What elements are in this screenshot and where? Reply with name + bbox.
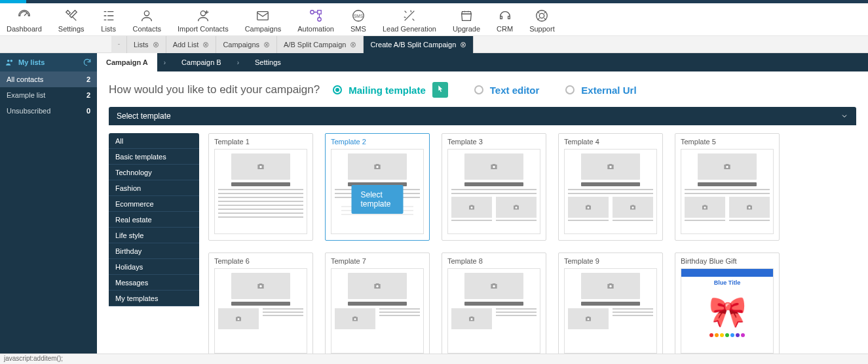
radio-icon xyxy=(565,85,575,94)
template-card[interactable]: Template 5 xyxy=(675,133,780,241)
sidebar-item-unsubscribed[interactable]: Unsubscribed0 xyxy=(0,103,97,119)
list-label: All contacts xyxy=(7,75,43,83)
list-count: 2 xyxy=(86,75,90,83)
svg-point-15 xyxy=(471,207,473,209)
category-ecommerce[interactable]: Ecommerce xyxy=(109,196,199,212)
tab-home-icon[interactable] xyxy=(111,36,127,53)
nav-label: SMS xyxy=(350,25,366,33)
template-card[interactable]: Template 6 xyxy=(208,253,313,354)
nav-upgrade[interactable]: Upgrade xyxy=(453,9,480,33)
tab-label: Campaigns xyxy=(223,41,259,49)
category-basic-templates[interactable]: Basic templates xyxy=(109,149,199,165)
close-icon[interactable]: ⊗ xyxy=(460,40,466,49)
template-preview xyxy=(681,149,774,234)
template-card[interactable]: Template 7 xyxy=(325,253,430,354)
wizard-step-campaign-a[interactable]: Campaign A xyxy=(97,53,157,71)
svg-point-14 xyxy=(493,166,495,169)
category-birthday[interactable]: Birthday xyxy=(109,243,199,259)
close-icon[interactable]: ⊗ xyxy=(202,40,209,49)
template-card[interactable]: Template 4 xyxy=(558,133,663,241)
category-my-templates[interactable]: My templates xyxy=(109,291,199,306)
select-template-bar[interactable]: Select template xyxy=(109,107,856,125)
nav-support[interactable]: Support xyxy=(529,9,555,33)
template-card[interactable]: Template 9 xyxy=(558,253,663,354)
edit-option-label: External Url xyxy=(581,85,636,96)
template-card[interactable]: Template 1 xyxy=(208,133,313,241)
status-bar: javascript:additem(); xyxy=(0,354,868,364)
tab-campaigns[interactable]: Campaigns⊗ xyxy=(216,36,277,53)
svg-point-20 xyxy=(726,166,728,169)
svg-point-23 xyxy=(259,285,262,288)
template-card[interactable]: Template 8 xyxy=(442,253,546,354)
import-icon xyxy=(195,9,211,23)
svg-point-3 xyxy=(311,10,314,14)
edit-option-external-url[interactable]: External Url xyxy=(565,85,636,96)
svg-point-17 xyxy=(609,166,612,169)
template-title: Template 8 xyxy=(447,257,540,265)
svg-point-9 xyxy=(540,13,544,18)
svg-point-12 xyxy=(259,166,262,169)
nav-import[interactable]: Import Contacts xyxy=(178,9,229,33)
nav-sms[interactable]: SMSSMS xyxy=(350,9,366,33)
tab-a-b-split-campaign[interactable]: A/B Split Campaign⊗ xyxy=(277,36,364,53)
template-title: Template 1 xyxy=(214,138,307,146)
category-technology[interactable]: Technology xyxy=(109,165,199,180)
edit-option-text-editor[interactable]: Text editor xyxy=(474,85,540,96)
nav-leadgen[interactable]: Lead Generation xyxy=(383,9,436,33)
nav-settings[interactable]: Settings xyxy=(58,9,85,33)
svg-point-27 xyxy=(493,285,495,288)
sidebar-item-all-contacts[interactable]: All contacts2 xyxy=(0,71,97,87)
category-holidays[interactable]: Holidays xyxy=(109,259,199,275)
select-template-button[interactable]: Select template xyxy=(352,185,404,214)
template-preview xyxy=(564,268,657,354)
template-card[interactable]: Birthday Blue GiftBlue Title🎀 xyxy=(675,253,780,354)
nav-crm[interactable]: CRM xyxy=(497,9,513,33)
chevron-right-icon: › xyxy=(157,59,172,66)
automation-icon xyxy=(308,9,324,23)
top-nav: DashboardSettingsListsContactsImport Con… xyxy=(0,3,868,36)
category-messages[interactable]: Messages xyxy=(109,275,199,291)
category-all[interactable]: All xyxy=(109,133,199,149)
list-label: Unsubscribed xyxy=(7,107,50,115)
svg-point-11 xyxy=(10,60,12,62)
tab-create-a-b-split-campaign[interactable]: Create A/B Split Campaign⊗ xyxy=(364,36,474,53)
close-icon[interactable]: ⊗ xyxy=(263,40,270,49)
wizard-step-campaign-b[interactable]: Campaign B xyxy=(172,53,231,71)
template-categories: AllBasic templatesTechnologyFashionEcomm… xyxy=(109,133,199,354)
category-real-estate[interactable]: Real estate xyxy=(109,212,199,228)
svg-rect-4 xyxy=(318,10,322,14)
nav-label: Lead Generation xyxy=(383,25,436,33)
svg-point-13 xyxy=(376,166,379,169)
template-card[interactable]: Template 2Select template xyxy=(325,133,430,241)
document-tabs: Lists⊗Add List⊗Campaigns⊗A/B Split Campa… xyxy=(0,36,868,53)
nav-campaigns[interactable]: Campaigns xyxy=(245,9,282,33)
close-icon[interactable]: ⊗ xyxy=(153,40,159,49)
refresh-icon[interactable] xyxy=(83,58,92,67)
svg-point-26 xyxy=(354,318,356,320)
shop-icon xyxy=(459,9,474,23)
template-title: Template 5 xyxy=(681,138,774,146)
wizard-step-settings[interactable]: Settings xyxy=(246,53,290,71)
nav-dashboard[interactable]: Dashboard xyxy=(7,9,42,33)
template-card[interactable]: Template 3 xyxy=(442,133,546,241)
tab-label: Lists xyxy=(134,41,149,49)
nav-automation[interactable]: Automation xyxy=(297,9,334,33)
edit-option-mailing-template[interactable]: Mailing template xyxy=(333,82,448,98)
template-preview xyxy=(564,149,657,234)
svg-point-18 xyxy=(588,207,590,209)
wizard-steps: Campaign A›Campaign B›Settings xyxy=(97,53,868,71)
category-life-style[interactable]: Life style xyxy=(109,228,199,243)
radio-icon xyxy=(333,85,342,94)
tab-add-list[interactable]: Add List⊗ xyxy=(166,36,217,53)
nav-lists[interactable]: Lists xyxy=(101,9,117,33)
sidebar-item-example-list[interactable]: Example list2 xyxy=(0,87,97,103)
wand-icon xyxy=(402,9,417,23)
people-icon xyxy=(5,58,14,67)
template-grid: Template 1Template 2Select templateTempl… xyxy=(208,133,856,354)
template-title: Template 4 xyxy=(564,138,657,146)
sms-icon: SMS xyxy=(350,9,366,23)
nav-contacts[interactable]: Contacts xyxy=(133,9,161,33)
tab-lists[interactable]: Lists⊗ xyxy=(127,36,166,53)
category-fashion[interactable]: Fashion xyxy=(109,180,199,196)
close-icon[interactable]: ⊗ xyxy=(350,40,356,49)
